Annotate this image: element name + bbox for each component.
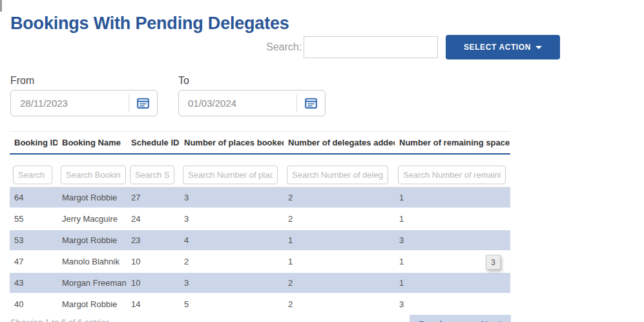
cell-schedule-id: 14 — [127, 294, 180, 315]
cell-places-booked: 4 — [180, 230, 284, 251]
cell-booking-id: 55 — [10, 208, 57, 230]
cell-places-booked: 3 — [180, 272, 284, 294]
to-label: To — [178, 75, 189, 87]
cell-places-booked: 2 — [180, 251, 284, 272]
search-input[interactable] — [304, 36, 438, 58]
pagination-previous-button[interactable]: Previous — [419, 319, 459, 322]
cell-schedule-id: 10 — [127, 251, 180, 272]
column-search-booking-name[interactable] — [61, 166, 126, 184]
cell-remaining-spaces: 1 — [395, 188, 510, 209]
column-header-delegates-added[interactable]: Number of delegates added — [284, 132, 395, 155]
column-search-places-booked[interactable] — [183, 166, 278, 184]
cell-schedule-id: 27 — [127, 188, 180, 209]
select-action-label: SELECT ACTION — [464, 43, 531, 52]
table-row[interactable]: 40 Margot Robbie 14 5 2 3 — [10, 294, 510, 315]
cell-booking-id: 53 — [10, 230, 57, 251]
column-header-places-booked[interactable]: Number of places booked — [180, 132, 284, 155]
cell-delegates-added: 2 — [284, 188, 395, 209]
cell-booking-name: Jerry Macguire — [57, 208, 127, 230]
cell-remaining-spaces: 3 — [395, 230, 510, 251]
pagination: Previous Next — [410, 315, 511, 322]
cell-booking-id: 40 — [10, 294, 57, 315]
cell-schedule-id: 24 — [127, 208, 180, 230]
sort-icon — [126, 140, 127, 147]
to-calendar-button[interactable] — [297, 91, 325, 116]
calendar-icon — [136, 96, 150, 110]
column-search-schedule-id[interactable] — [130, 166, 174, 184]
cell-delegates-added: 1 — [284, 251, 395, 272]
column-header-label: Booking Name — [62, 138, 121, 147]
search-label: Search: — [266, 41, 302, 53]
table-info-text: Showing 1 to 6 of 6 entries — [10, 317, 110, 322]
table-header-row: Booking ID Booking Name Schedule ID Numb… — [10, 132, 510, 155]
cell-remaining-spaces: 1 — [395, 272, 510, 294]
cell-schedule-id: 23 — [127, 230, 180, 251]
column-header-booking-name[interactable]: Booking Name — [57, 132, 127, 155]
column-search-delegates-added[interactable] — [287, 166, 388, 184]
from-date-input[interactable] — [11, 97, 129, 109]
column-header-label: Schedule ID — [131, 138, 179, 147]
cell-booking-id: 47 — [10, 251, 57, 272]
table-row[interactable]: 53 Margot Robbie 23 4 1 3 — [10, 230, 510, 251]
from-date-field — [10, 90, 158, 116]
column-header-label: Number of delegates added — [288, 138, 395, 147]
cell-booking-name: Margot Robbie — [57, 230, 127, 251]
window-edge-artifact — [0, 0, 2, 12]
cell-delegates-added: 2 — [284, 294, 395, 315]
column-header-label: Booking ID — [14, 138, 57, 147]
page-title: Bookings With Pending Delegates — [10, 14, 289, 34]
table-row[interactable]: 47 Manolo Blahnik 10 2 1 1 — [10, 251, 510, 272]
table-row[interactable]: 55 Jerry Macguire 24 3 2 1 — [10, 208, 510, 230]
pagination-next-button[interactable]: Next — [481, 319, 502, 322]
calendar-icon — [304, 96, 318, 110]
cell-places-booked: 5 — [180, 294, 284, 315]
column-search-row — [10, 154, 510, 188]
cell-places-booked: 3 — [180, 188, 284, 209]
caret-down-icon — [535, 46, 542, 49]
column-header-label: Number of places booked — [184, 138, 284, 147]
select-action-button[interactable]: SELECT ACTION — [446, 35, 560, 59]
drag-tooltip-badge: 3 — [486, 255, 501, 270]
cell-booking-name: Margot Robbie — [57, 294, 127, 315]
cell-places-booked: 3 — [180, 208, 284, 230]
cell-booking-id: 64 — [10, 188, 57, 209]
cell-delegates-added: 2 — [284, 272, 395, 294]
cell-booking-name: Morgan Freeman — [57, 272, 127, 294]
table-row[interactable]: 43 Morgan Freeman 10 3 2 1 — [10, 272, 510, 294]
to-date-input[interactable] — [179, 97, 296, 109]
from-calendar-button[interactable] — [129, 91, 157, 116]
cell-remaining-spaces: 1 — [395, 208, 510, 230]
bookings-table: Booking ID Booking Name Schedule ID Numb… — [10, 131, 510, 316]
cell-remaining-spaces: 3 — [395, 294, 510, 315]
column-header-booking-id[interactable]: Booking ID — [10, 132, 57, 155]
cell-booking-name: Margot Robbie — [57, 188, 127, 209]
to-date-field — [178, 90, 326, 116]
column-search-booking-id[interactable] — [13, 166, 52, 184]
cell-delegates-added: 1 — [284, 230, 395, 251]
table-row[interactable]: 64 Margot Robbie 27 3 2 1 — [10, 188, 510, 209]
from-label: From — [10, 75, 34, 87]
cell-booking-name: Manolo Blahnik — [57, 251, 127, 272]
column-header-label: Number of remaining spaces — [399, 138, 510, 147]
cell-schedule-id: 10 — [127, 272, 180, 294]
column-header-schedule-id[interactable]: Schedule ID — [127, 132, 180, 155]
cell-booking-id: 43 — [10, 272, 57, 294]
cell-delegates-added: 2 — [284, 208, 395, 230]
column-header-remaining-spaces[interactable]: Number of remaining spaces — [395, 132, 510, 155]
column-search-remaining-spaces[interactable] — [398, 166, 506, 184]
